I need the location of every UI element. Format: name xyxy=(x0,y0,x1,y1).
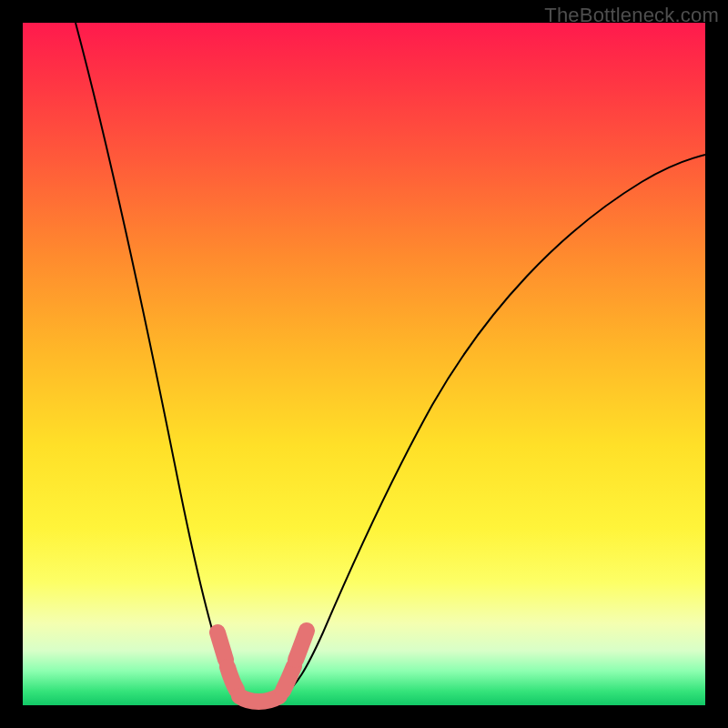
accent-right-upper xyxy=(296,631,307,660)
accent-left-upper xyxy=(217,632,226,660)
curve-path xyxy=(76,23,705,702)
accent-bottom xyxy=(239,696,279,702)
accent-right-lower xyxy=(283,666,294,691)
plot-area xyxy=(23,23,705,705)
bottleneck-curve xyxy=(23,23,705,705)
accent-left-lower xyxy=(228,667,237,690)
watermark-text: TheBottleneck.com xyxy=(544,4,719,27)
